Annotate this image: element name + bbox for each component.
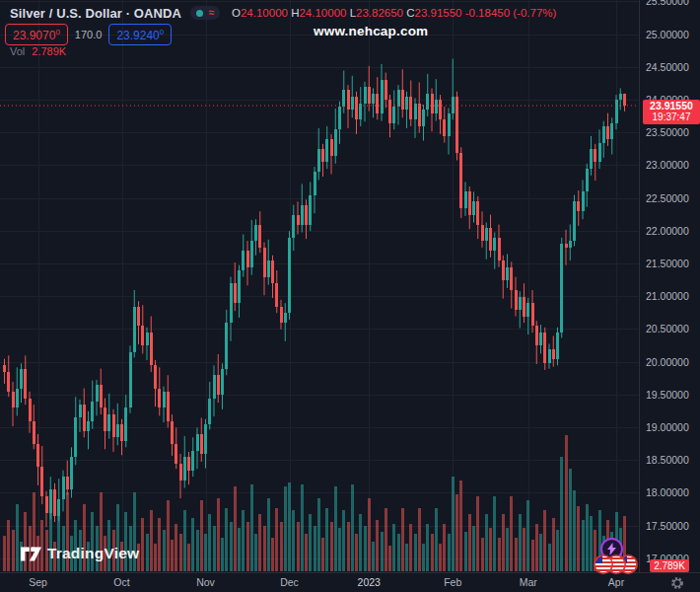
instrument-flags-button[interactable]: [593, 554, 639, 579]
price-axis-label: 20.00000: [646, 356, 689, 368]
change-value: -0.18450 (-0.77%): [465, 7, 557, 19]
bar-countdown: 19:37:47: [653, 111, 691, 122]
last-price-value: 23.91550: [650, 100, 693, 111]
us-flags-icon: [593, 554, 639, 575]
market-open-dot-icon: [196, 10, 203, 17]
volume-value: 2.789K: [32, 45, 66, 57]
tradingview-logo[interactable]: TradingView: [21, 545, 139, 562]
price-axis-label: 20.50000: [646, 323, 689, 334]
price-axis-label: 17.50000: [646, 520, 689, 532]
grid-layer: [0, 0, 639, 572]
price-axis[interactable]: 25.5000025.0000024.5000024.0000023.50000…: [646, 0, 689, 564]
price-axis-label: 25.00000: [646, 29, 689, 40]
price-axis-label: 22.00000: [646, 225, 689, 237]
price-axis-label: 18.50000: [646, 454, 689, 466]
symbol-title[interactable]: Silver / U.S. Dollar · OANDA: [10, 6, 181, 21]
price-axis-label: 24.50000: [646, 61, 689, 73]
time-axis[interactable]: SepOctNovDec2023FebMarApr: [29, 576, 625, 588]
time-axis-label: Feb: [444, 576, 461, 588]
price-axis-label: 22.50000: [646, 192, 689, 204]
last-price-badge: 23.9155019:37:47: [643, 100, 700, 124]
tradingview-chart-window: 25.5000025.0000024.5000024.0000023.50000…: [0, 0, 700, 592]
ohlc-readout: O24.10000 H24.10000 L23.82650 C23.91550 …: [232, 7, 556, 19]
price-axis-label: 23.50000: [646, 126, 689, 138]
spread-value: 170.0: [75, 29, 103, 40]
time-axis-label: Oct: [113, 576, 129, 588]
site-watermark: www.nehcap.com: [314, 24, 428, 38]
price-axis-label: 19.00000: [646, 421, 689, 433]
time-axis-label: 2023: [358, 576, 382, 588]
volume-badge: 2.789K: [650, 559, 689, 572]
tradingview-mark-icon: [21, 547, 41, 561]
high-value: 24.10000: [299, 7, 346, 19]
price-axis-label: 25.50000: [646, 0, 689, 7]
price-axis-label: 19.50000: [646, 389, 689, 401]
price-axis-label: 23.00000: [646, 159, 689, 171]
delayed-data-wave-icon: ≈: [209, 8, 215, 18]
market-status-icon[interactable]: ≈: [190, 6, 220, 20]
gear-icon: [670, 576, 684, 590]
time-axis-label: Mar: [520, 576, 538, 588]
close-value: 23.91550: [415, 7, 462, 19]
time-axis-label: Nov: [196, 576, 215, 588]
buy-ask-button[interactable]: 23.92400: [108, 24, 172, 45]
time-axis-label: Dec: [280, 576, 299, 588]
time-axis-label: Sep: [29, 576, 47, 588]
price-scale-settings-button[interactable]: [670, 576, 685, 589]
price-axis-label: 18.00000: [646, 486, 689, 498]
price-axis-label: 21.50000: [646, 258, 689, 269]
open-value: 24.10000: [241, 7, 288, 19]
price-axis-label: 21.00000: [646, 290, 689, 302]
volume-badge-value: 2.789K: [654, 560, 685, 571]
sell-bid-button[interactable]: 23.90700: [5, 24, 68, 45]
volume-readout: Vol2.789K: [10, 45, 66, 57]
candles-layer: [3, 59, 626, 528]
price-chart-canvas[interactable]: 25.5000025.0000024.5000024.0000023.50000…: [0, 0, 700, 592]
low-value: 23.82650: [356, 7, 403, 19]
tradingview-logo-text: TradingView: [47, 545, 139, 562]
